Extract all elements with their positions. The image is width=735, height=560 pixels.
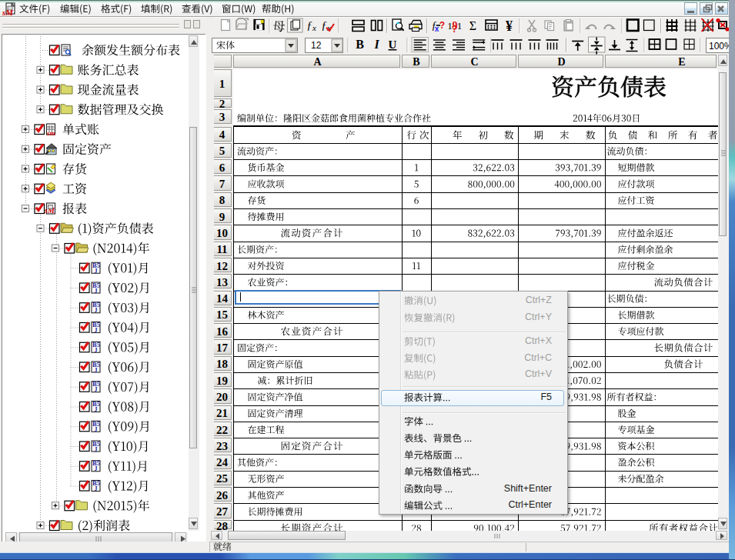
- svg-text:sM: sM: [2, 8, 14, 17]
